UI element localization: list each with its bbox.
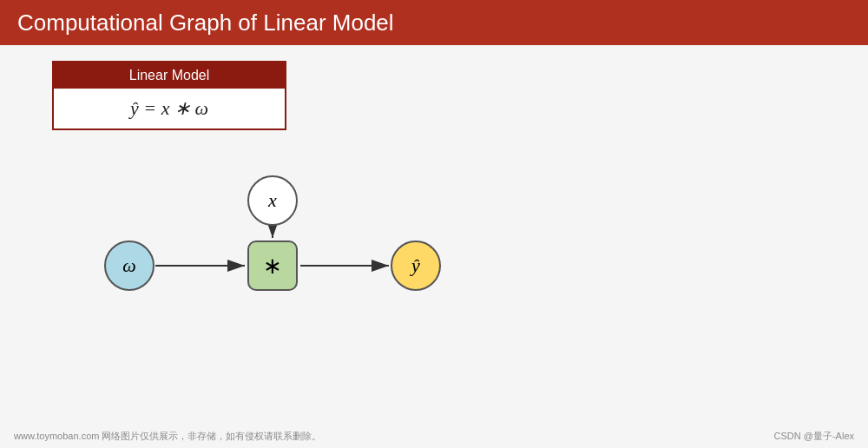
footer-right: CSDN @量子-Alex xyxy=(774,430,854,443)
footer-left: www.toymoban.com 网络图片仅供展示，非存储，如有侵权请联系删除。 xyxy=(14,430,321,443)
model-box-title: Linear Model xyxy=(54,63,285,89)
node-y-hat-label: ŷ xyxy=(411,254,420,277)
node-x-label: x xyxy=(268,189,277,212)
header-title: Computational Graph of Linear Model xyxy=(17,10,394,36)
graph-area: ω x ∗ ŷ xyxy=(52,167,486,358)
model-box: Linear Model ŷ = x ∗ ω xyxy=(52,61,286,130)
model-box-formula: ŷ = x ∗ ω xyxy=(54,89,285,128)
page-header: Computational Graph of Linear Model xyxy=(0,0,868,45)
node-y-hat: ŷ xyxy=(391,240,441,291)
node-omega-label: ω xyxy=(122,254,136,277)
node-multiply: ∗ xyxy=(247,240,298,291)
footer: www.toymoban.com 网络图片仅供展示，非存储，如有侵权请联系删除。… xyxy=(0,430,868,443)
node-omega: ω xyxy=(104,240,155,291)
node-multiply-label: ∗ xyxy=(263,253,282,280)
node-x: x xyxy=(247,175,298,226)
content-area: Linear Model ŷ = x ∗ ω ω xyxy=(0,45,868,448)
